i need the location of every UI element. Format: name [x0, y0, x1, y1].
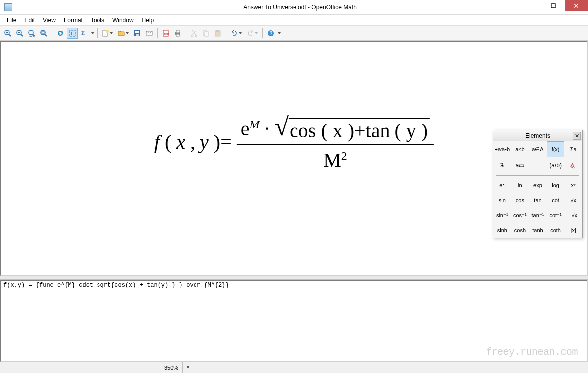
cat-relations[interactable]: a≤b — [511, 141, 529, 157]
fn-tanh[interactable]: tanh — [529, 223, 547, 238]
minimize-button[interactable]: — — [519, 0, 542, 11]
app-icon — [4, 3, 12, 11]
cat-set[interactable]: a∈A — [529, 141, 547, 157]
print-button[interactable] — [172, 28, 183, 39]
fn-cos[interactable]: cos — [511, 193, 529, 208]
titlebar: Answer To Universe.odf - OpenOffice Math… — [0, 0, 588, 15]
sqrt-icon: √ — [275, 118, 289, 136]
cat-unary[interactable]: +a⁄a•b — [493, 141, 511, 157]
fn-sinh[interactable]: sinh — [493, 223, 511, 238]
menu-window[interactable]: Window — [109, 16, 137, 25]
statusbar: 350% * — [0, 362, 588, 373]
window-controls: — ☐ ✕ — [519, 0, 588, 11]
formula-code-editor[interactable]: f(x,y) = {func e^{M} cdot sqrt{cos(x) + … — [0, 280, 588, 362]
refresh-button[interactable] — [55, 28, 66, 39]
zoom-100-button[interactable]: 100 — [26, 28, 37, 39]
svg-text:100: 100 — [29, 34, 35, 37]
open-button[interactable] — [116, 28, 131, 39]
e-base: e — [241, 118, 250, 140]
undo-button[interactable] — [229, 28, 244, 39]
cat-attributes[interactable]: a⃗ — [493, 157, 511, 173]
elements-title[interactable]: Elements ✕ — [493, 130, 582, 141]
fn-acot[interactable]: cot⁻¹ — [547, 208, 565, 223]
status-zoom[interactable]: 350% — [160, 362, 182, 373]
menu-tools[interactable]: Tools — [87, 16, 108, 25]
rendered-formula: f ( x , y )= eM · √ cos ( x )+tan ( y ) … — [154, 117, 434, 172]
toolbar: 100 I Σ PDF ? — [0, 26, 588, 41]
formula-cursor-button[interactable]: Σ — [79, 28, 90, 39]
window-title: Answer To Universe.odf - OpenOffice Math — [12, 4, 588, 11]
svg-rect-32 — [216, 30, 219, 32]
fn-cosh[interactable]: cosh — [511, 223, 529, 238]
fn-asin[interactable]: sin⁻¹ — [493, 208, 511, 223]
separator — [52, 28, 52, 38]
save-button[interactable] — [132, 28, 143, 39]
window: Answer To Universe.odf - OpenOffice Math… — [0, 0, 588, 373]
svg-text:Σ: Σ — [81, 30, 85, 37]
cat-others[interactable]: A — [564, 157, 582, 173]
auto-update-button[interactable]: I — [67, 28, 78, 39]
status-modified: * — [182, 362, 193, 373]
mail-button[interactable] — [144, 28, 155, 39]
cat-formats[interactable]: (a/b) — [547, 157, 565, 173]
svg-rect-25 — [176, 30, 179, 33]
fn-tan[interactable]: tan — [529, 193, 547, 208]
elements-panel[interactable]: Elements ✕ +a⁄a•b a≤b a∈A f(x) Σa a⃗ a▭ … — [493, 130, 583, 238]
fn-atan[interactable]: tan⁻¹ — [529, 208, 547, 223]
close-button[interactable]: ✕ — [565, 0, 588, 11]
svg-line-5 — [21, 34, 23, 36]
redo-button[interactable] — [245, 28, 260, 39]
zoom-page-button[interactable] — [38, 28, 49, 39]
fn-abs[interactable]: |x| — [564, 223, 582, 238]
watermark: freey.runean.com — [486, 346, 578, 358]
menubar: File Edit View Format Tools Window Help — [0, 15, 588, 26]
svg-text:PDF: PDF — [164, 33, 169, 36]
separator — [262, 28, 263, 38]
zoom-out-button[interactable] — [14, 28, 25, 39]
menu-file[interactable]: File — [3, 16, 20, 25]
fn-sqrt[interactable]: √x — [564, 193, 582, 208]
copy-button[interactable] — [200, 28, 211, 39]
fn-xy[interactable]: xʸ — [564, 178, 582, 193]
fn-exp[interactable]: exp — [529, 178, 547, 193]
separator — [186, 28, 186, 38]
paste-button[interactable] — [212, 28, 223, 39]
cat-functions[interactable]: f(x) — [547, 141, 565, 157]
fn-log[interactable]: log — [547, 178, 565, 193]
new-button[interactable] — [100, 28, 115, 39]
fn-acos[interactable]: cos⁻¹ — [511, 208, 529, 223]
svg-rect-19 — [135, 31, 139, 33]
fn-nroot[interactable]: ⁿ√x — [564, 208, 582, 223]
status-blank — [193, 362, 588, 373]
menu-help[interactable]: Help — [138, 16, 158, 25]
maximize-button[interactable]: ☐ — [542, 0, 565, 11]
cut-button[interactable] — [189, 28, 199, 39]
cat-brackets[interactable]: a▭ — [511, 157, 529, 173]
separator — [97, 28, 98, 38]
elements-close-button[interactable]: ✕ — [573, 132, 581, 140]
menu-view[interactable]: View — [39, 16, 59, 25]
svg-point-17 — [106, 30, 109, 33]
help-button[interactable]: ? — [265, 28, 276, 39]
fn-cot[interactable]: cot — [547, 193, 565, 208]
e-exponent: M — [250, 118, 260, 131]
splitter[interactable]: · · · · · — [0, 276, 588, 280]
svg-point-10 — [41, 30, 45, 35]
dropdown-arrow[interactable] — [91, 32, 95, 34]
fn-sin[interactable]: sin — [493, 193, 511, 208]
fn-ln[interactable]: ln — [511, 178, 529, 193]
menu-edit[interactable]: Edit — [21, 16, 38, 25]
cat-blank — [529, 157, 547, 173]
svg-line-11 — [45, 34, 47, 36]
svg-line-1 — [9, 34, 11, 36]
fn-coth[interactable]: coth — [547, 223, 565, 238]
cat-operators[interactable]: Σa — [564, 141, 582, 157]
toolbar-overflow[interactable] — [277, 32, 281, 34]
separator — [226, 28, 226, 38]
zoom-in-button[interactable] — [2, 28, 13, 39]
svg-rect-26 — [176, 34, 179, 36]
menu-format[interactable]: Format — [60, 16, 86, 25]
pdf-button[interactable]: PDF — [160, 28, 171, 39]
fn-ex[interactable]: eˣ — [493, 178, 511, 193]
elements-categories: +a⁄a•b a≤b a∈A f(x) Σa a⃗ a▭ (a/b) A eˣ … — [493, 141, 582, 238]
